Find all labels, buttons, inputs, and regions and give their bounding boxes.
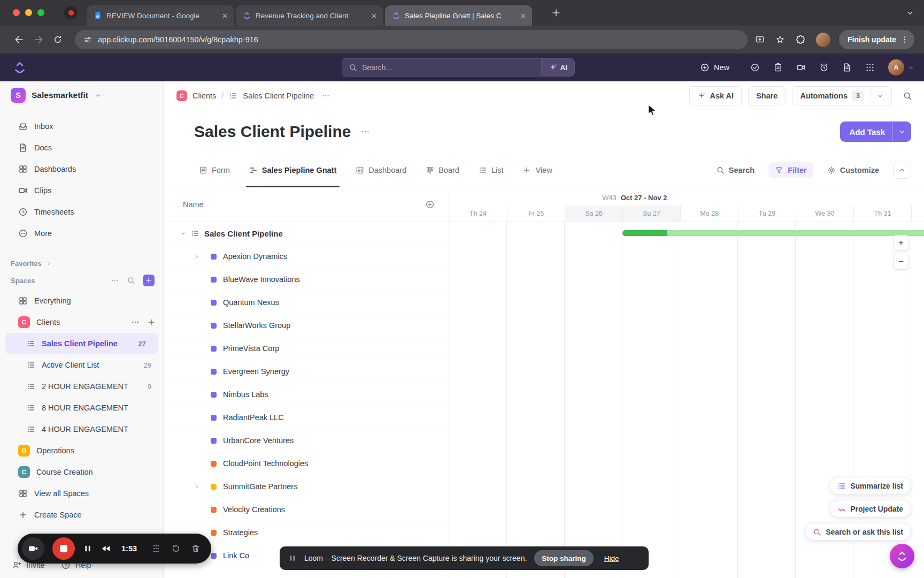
client-row[interactable]: Nimbus Labs (164, 383, 449, 406)
breadcrumb-space-badge[interactable]: C (176, 90, 187, 101)
sidebar-list-item[interactable]: Active Client List 29 (0, 354, 163, 376)
day-header-cell[interactable]: Fr 25 (507, 206, 565, 222)
tab-close-icon[interactable] (520, 12, 527, 19)
extensions-puzzle-icon[interactable] (796, 35, 805, 44)
task-status-square[interactable] (211, 438, 217, 444)
zoom-out-button[interactable]: − (893, 254, 909, 270)
new-tab-button[interactable] (551, 7, 561, 18)
client-row[interactable]: Velocity Creations (164, 498, 449, 521)
install-app-icon[interactable] (755, 35, 765, 44)
client-row[interactable]: Evergreen Synergy (164, 360, 449, 383)
global-search-input[interactable]: Search... (342, 63, 541, 72)
automations-chevron-icon[interactable] (876, 92, 884, 100)
spaces-more-icon[interactable] (111, 276, 119, 285)
user-avatar[interactable]: A (888, 59, 904, 75)
sidebar-nav-item[interactable]: Docs (0, 137, 163, 158)
clickup-logo-icon[interactable] (13, 60, 27, 74)
sidebar-list-item[interactable]: 2 HOUR ENGAGEMENT 9 (0, 376, 163, 397)
expand-chevron-icon[interactable] (194, 253, 200, 260)
client-row[interactable]: Quantum Nexus (164, 291, 449, 314)
stop-sharing-button[interactable]: Stop sharing (534, 550, 594, 566)
tab-close-icon[interactable] (371, 12, 378, 19)
task-status-square[interactable] (211, 323, 217, 329)
record-clip-icon[interactable] (796, 63, 806, 72)
tab-close-icon[interactable] (221, 12, 228, 19)
finish-update-button[interactable]: Finish update (839, 30, 914, 49)
client-row[interactable]: CloudPoint Technologies (164, 452, 449, 475)
sidebar-list-item[interactable]: 4 HOUR ENGAGEMENT (0, 419, 163, 440)
task-status-square[interactable] (211, 277, 217, 283)
avatar-chevron-icon[interactable] (908, 64, 914, 71)
sidebar-item-view-all-spaces[interactable]: View all Spaces (0, 483, 163, 504)
client-row[interactable]: BlueWave Innovations (164, 268, 449, 291)
client-row[interactable]: UrbanCore Ventures (164, 429, 449, 452)
sidebar-space[interactable]: C Course Creation (0, 461, 163, 483)
forward-button[interactable] (29, 30, 48, 49)
task-status-square[interactable] (211, 461, 217, 467)
sidebar-nav-item[interactable]: Dashboards (0, 158, 163, 180)
day-header-cell[interactable]: Mo 28 (680, 206, 738, 222)
spaces-section-header[interactable]: Spaces (0, 271, 163, 290)
loom-drag-dots-icon[interactable] (151, 544, 161, 553)
spaces-search-icon[interactable] (127, 276, 135, 285)
task-status-square[interactable] (211, 254, 217, 260)
clients-add-icon[interactable] (147, 318, 156, 326)
add-space-button[interactable] (143, 275, 155, 286)
global-search[interactable]: Search... AI (342, 58, 575, 77)
share-button[interactable]: Share (748, 86, 786, 105)
breadcrumb-more-icon[interactable] (321, 92, 330, 100)
client-row[interactable]: RadiantPeak LLC (164, 406, 449, 429)
day-header-cell[interactable]: We 30 (796, 206, 853, 222)
day-header-cell[interactable]: Sa 26 (565, 206, 622, 222)
list-group-row[interactable]: Sales Client Pipeline (164, 222, 449, 245)
loom-camera-button[interactable] (22, 537, 44, 560)
client-row[interactable]: StellarWorks Group (164, 314, 449, 337)
task-status-square[interactable] (211, 530, 217, 536)
hide-banner-link[interactable]: Hide (604, 554, 619, 562)
notepad-icon[interactable] (842, 63, 852, 72)
address-bar[interactable]: app.clickup.com/9016004150/v/g/8cpakhp-9… (75, 30, 748, 49)
day-header-cell[interactable]: Th 24 (449, 206, 507, 222)
tasks-check-icon[interactable] (750, 63, 760, 72)
task-status-square[interactable] (211, 484, 217, 490)
bookmark-star-icon[interactable] (775, 35, 785, 44)
clickup-ai-fab[interactable] (890, 544, 914, 568)
view-search-button[interactable]: Search (716, 166, 754, 174)
view-tab[interactable]: View (522, 153, 552, 187)
loom-stop-record-button[interactable] (52, 537, 75, 560)
workspace-switcher[interactable]: S Salesmarketfit (0, 81, 163, 109)
browser-tab[interactable]: REVIEW Document - Google (87, 5, 234, 26)
sidebar-nav-item[interactable]: Inbox (0, 116, 163, 137)
reminders-alarm-icon[interactable] (819, 63, 829, 72)
task-status-square[interactable] (211, 415, 217, 421)
title-more-icon[interactable] (360, 127, 370, 136)
loom-trash-icon[interactable] (191, 544, 201, 553)
loom-rewind-icon[interactable] (101, 543, 111, 554)
apps-grid-icon[interactable] (865, 63, 875, 72)
group-gantt-bar[interactable] (622, 230, 924, 236)
zoom-in-button[interactable]: + (893, 235, 909, 251)
breadcrumb-space-name[interactable]: Clients (192, 92, 216, 100)
view-tab[interactable]: Dashboard (356, 153, 406, 187)
site-info-icon[interactable] (83, 35, 92, 44)
ai-button[interactable]: AI (541, 59, 575, 76)
expand-chevron-icon[interactable] (194, 483, 200, 490)
loom-pause-icon[interactable] (83, 544, 93, 553)
screen-recording-indicator[interactable] (64, 6, 78, 19)
sidebar-space-clients[interactable]: C Clients (0, 311, 163, 333)
customize-button[interactable]: Customize (827, 166, 879, 174)
back-button[interactable] (10, 30, 29, 49)
client-row[interactable]: SummitGate Partners (164, 475, 449, 498)
search-ask-list-button[interactable]: Search or ask this list (805, 523, 911, 541)
task-status-square[interactable] (211, 369, 217, 375)
client-row[interactable]: Apexion Dynamics (164, 245, 449, 268)
sidebar-list-item[interactable]: Sales Client Pipeline 27 (5, 333, 158, 354)
window-minimize-button[interactable] (25, 9, 32, 16)
sidebar-nav-item[interactable]: More (0, 223, 163, 244)
view-tab[interactable]: Sales Piepline Gnatt (249, 153, 336, 187)
automations-button[interactable]: Automations 3 (792, 86, 892, 105)
ask-ai-button[interactable]: Ask AI (689, 86, 742, 105)
loom-restart-icon[interactable] (171, 544, 181, 553)
task-status-square[interactable] (211, 507, 217, 513)
project-update-button[interactable]: Project Update (829, 500, 911, 518)
